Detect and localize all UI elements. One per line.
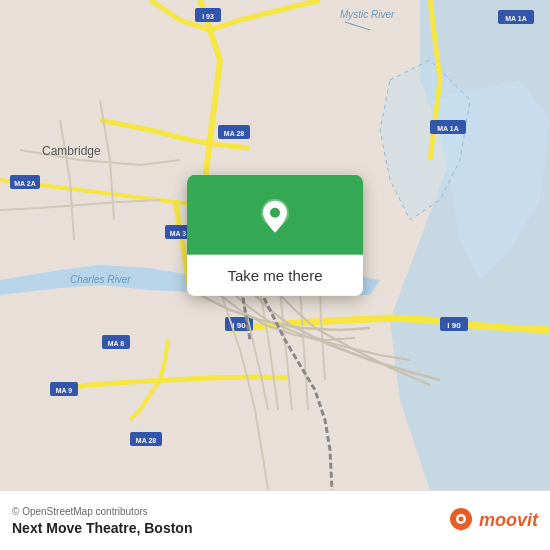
map-container: I 90 I 90 I 93 MA	[0, 0, 550, 490]
bottom-left: © OpenStreetMap contributors Next Move T…	[12, 506, 192, 536]
svg-text:MA 9: MA 9	[56, 387, 73, 394]
moovit-brand-icon	[447, 507, 475, 535]
svg-text:Charles River: Charles River	[70, 274, 131, 285]
svg-text:Mystic River: Mystic River	[340, 9, 395, 20]
svg-text:I 93: I 93	[202, 13, 214, 20]
location-pin-icon	[253, 195, 297, 239]
overlay-card: Take me there	[187, 175, 363, 296]
svg-text:MA 3: MA 3	[170, 230, 187, 237]
svg-point-30	[458, 516, 463, 521]
svg-text:MA 1A: MA 1A	[505, 15, 527, 22]
attribution-text: © OpenStreetMap contributors	[12, 506, 192, 517]
svg-text:MA 28: MA 28	[136, 437, 156, 444]
svg-text:I 90: I 90	[447, 321, 461, 330]
bottom-bar: © OpenStreetMap contributors Next Move T…	[0, 490, 550, 550]
moovit-brand-text: moovit	[479, 510, 538, 531]
svg-text:Cambridge: Cambridge	[42, 144, 101, 158]
card-green-section	[187, 175, 363, 255]
svg-text:MA 1A: MA 1A	[437, 125, 459, 132]
moovit-logo: moovit	[447, 507, 538, 535]
svg-point-27	[270, 208, 280, 218]
svg-text:MA 2A: MA 2A	[14, 180, 36, 187]
svg-text:MA 8: MA 8	[108, 340, 125, 347]
svg-text:I 90: I 90	[232, 321, 246, 330]
take-me-there-button[interactable]: Take me there	[187, 255, 363, 296]
place-name: Next Move Theatre, Boston	[12, 520, 192, 536]
svg-text:MA 28: MA 28	[224, 130, 244, 137]
